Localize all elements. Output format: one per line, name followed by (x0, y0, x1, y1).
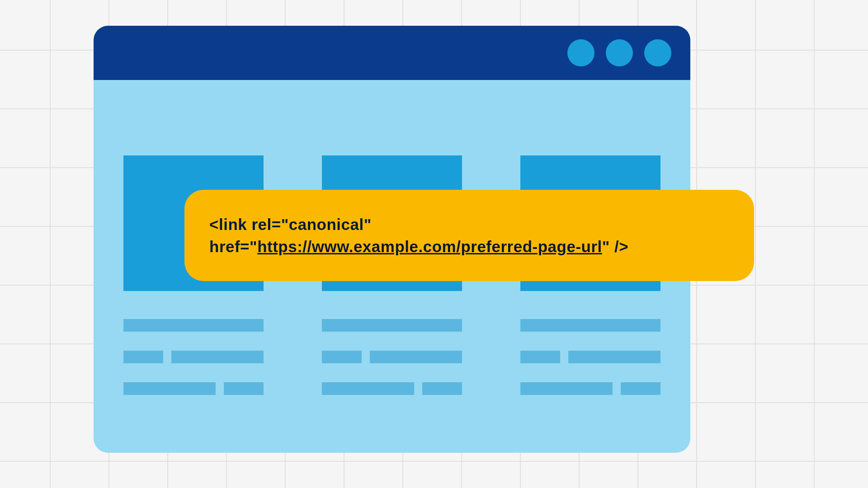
text-line-row (123, 382, 264, 395)
text-segment-placeholder (171, 351, 264, 363)
code-href-label: href=" (209, 238, 257, 255)
browser-titlebar (94, 26, 690, 80)
text-line-placeholder (322, 319, 462, 332)
text-segment-placeholder (322, 382, 414, 395)
text-segment-placeholder (520, 351, 560, 363)
text-segment-placeholder (520, 382, 613, 395)
text-segment-placeholder (123, 351, 163, 363)
text-segment-placeholder (621, 382, 660, 395)
text-line-row (322, 382, 462, 395)
text-segment-placeholder (123, 382, 216, 395)
text-line-row (123, 351, 264, 363)
text-segment-placeholder (322, 351, 362, 363)
text-segment-placeholder (224, 382, 264, 395)
text-segment-placeholder (370, 351, 462, 363)
window-controls (567, 39, 671, 66)
window-control-dot-icon (567, 39, 594, 66)
text-line-row (520, 351, 660, 363)
text-segment-placeholder (568, 351, 660, 363)
text-line-row (322, 351, 462, 363)
text-line-row (520, 382, 660, 395)
code-suffix: " /> (602, 238, 628, 255)
code-prefix: <link rel="canonical" (209, 216, 372, 233)
canonical-link-tooltip: <link rel="canonical" href="https://www.… (184, 190, 754, 281)
window-control-dot-icon (606, 39, 633, 66)
window-control-dot-icon (644, 39, 671, 66)
diagram-canvas: <link rel="canonical" href="https://www.… (0, 0, 868, 488)
text-line-placeholder (520, 319, 660, 332)
code-url: https://www.example.com/preferred-page-u… (257, 238, 602, 255)
code-line-2: href="https://www.example.com/preferred-… (209, 235, 729, 258)
code-line-1: <link rel="canonical" (209, 213, 729, 235)
text-line-placeholder (123, 319, 264, 332)
text-segment-placeholder (422, 382, 462, 395)
